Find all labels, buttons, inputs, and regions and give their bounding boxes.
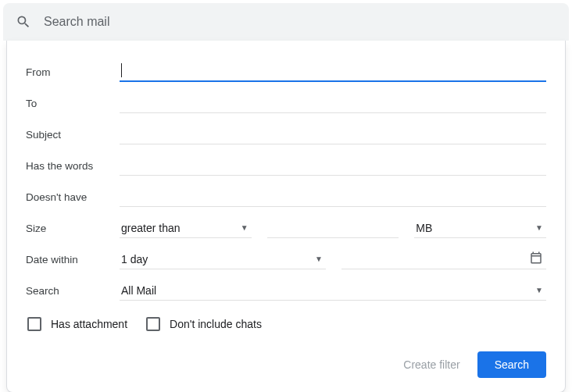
doesnt-have-label: Doesn't have <box>26 191 120 203</box>
chevron-down-icon: ▼ <box>535 223 543 232</box>
checkbox-box <box>146 317 160 331</box>
size-row: Size greater than ▼ MB ▼ <box>26 212 546 244</box>
checkbox-box <box>27 317 41 331</box>
subject-label: Subject <box>26 129 120 141</box>
search-bar[interactable]: Search mail <box>3 3 569 41</box>
dont-include-chats-label: Don't include chats <box>170 318 262 330</box>
advanced-search-panel: From To Subject Has the words Doesn't ha… <box>6 41 566 392</box>
doesnt-have-row: Doesn't have <box>26 181 546 212</box>
subject-row: Subject <box>26 119 546 150</box>
doesnt-have-input[interactable] <box>120 187 546 207</box>
size-unit-select[interactable]: MB ▼ <box>414 218 546 238</box>
has-words-label: Has the words <box>26 160 120 172</box>
subject-input[interactable] <box>120 124 546 144</box>
search-placeholder: Search mail <box>44 15 109 29</box>
size-op-value: greater than <box>121 222 181 234</box>
from-label: From <box>26 66 120 78</box>
has-attachment-label: Has attachment <box>51 318 127 330</box>
to-row: To <box>26 87 546 119</box>
search-icon <box>16 14 31 30</box>
search-scope-select[interactable]: All Mail ▼ <box>120 280 546 301</box>
chevron-down-icon: ▼ <box>315 255 323 263</box>
chevron-down-icon: ▼ <box>535 286 543 294</box>
search-scope-row: Search All Mail ▼ <box>26 275 546 306</box>
date-picker[interactable] <box>341 249 546 269</box>
from-input[interactable] <box>120 62 546 82</box>
date-range-value: 1 day <box>121 253 148 265</box>
search-scope-value: All Mail <box>121 284 156 297</box>
actions-row: Create filter Search <box>26 351 546 378</box>
size-unit-value: MB <box>416 222 432 234</box>
calendar-icon <box>529 251 543 267</box>
size-value-input[interactable] <box>267 218 399 238</box>
date-range-select[interactable]: 1 day ▼ <box>120 249 326 269</box>
dont-include-chats-checkbox[interactable]: Don't include chats <box>146 317 262 331</box>
search-button[interactable]: Search <box>477 351 546 378</box>
create-filter-button[interactable]: Create filter <box>403 358 459 371</box>
date-row: Date within 1 day ▼ <box>26 244 546 275</box>
has-words-input[interactable] <box>120 155 546 176</box>
has-attachment-checkbox[interactable]: Has attachment <box>27 317 127 331</box>
date-label: Date within <box>26 254 120 265</box>
search-scope-label: Search <box>26 285 120 297</box>
from-row: From <box>26 56 546 87</box>
to-label: To <box>26 98 120 109</box>
to-input[interactable] <box>120 93 546 113</box>
size-label: Size <box>26 223 120 234</box>
has-words-row: Has the words <box>26 150 546 181</box>
size-op-select[interactable]: greater than ▼ <box>120 218 252 238</box>
checkbox-row: Has attachment Don't include chats <box>26 317 546 331</box>
chevron-down-icon: ▼ <box>241 223 248 232</box>
